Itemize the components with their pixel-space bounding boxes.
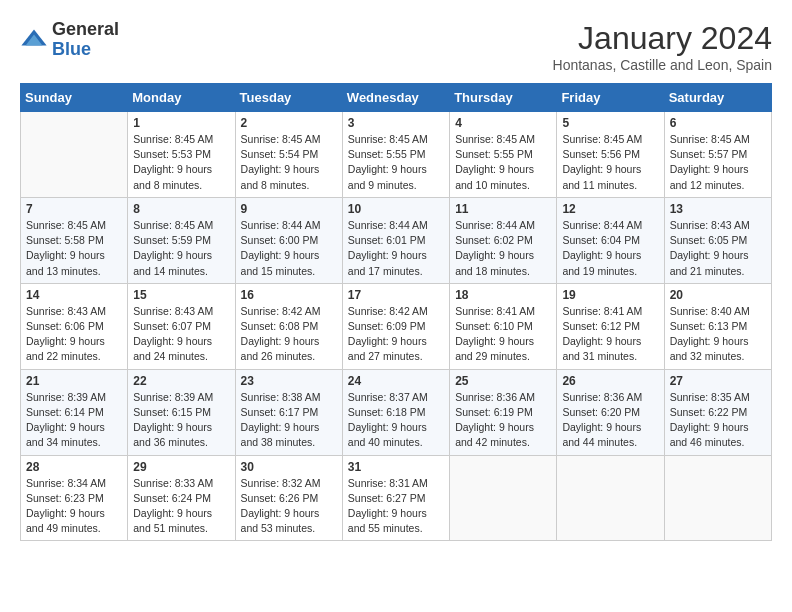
day-number: 4 bbox=[455, 116, 551, 130]
day-number: 3 bbox=[348, 116, 444, 130]
cell-info: Sunrise: 8:39 AMSunset: 6:15 PMDaylight:… bbox=[133, 390, 229, 451]
cell-info: Sunrise: 8:44 AMSunset: 6:01 PMDaylight:… bbox=[348, 218, 444, 279]
cell-info: Sunrise: 8:44 AMSunset: 6:04 PMDaylight:… bbox=[562, 218, 658, 279]
cell-info: Sunrise: 8:39 AMSunset: 6:14 PMDaylight:… bbox=[26, 390, 122, 451]
calendar-cell: 20Sunrise: 8:40 AMSunset: 6:13 PMDayligh… bbox=[664, 283, 771, 369]
calendar-cell: 30Sunrise: 8:32 AMSunset: 6:26 PMDayligh… bbox=[235, 455, 342, 541]
cell-info: Sunrise: 8:34 AMSunset: 6:23 PMDaylight:… bbox=[26, 476, 122, 537]
calendar-week-row: 7Sunrise: 8:45 AMSunset: 5:58 PMDaylight… bbox=[21, 197, 772, 283]
day-number: 19 bbox=[562, 288, 658, 302]
calendar-cell: 10Sunrise: 8:44 AMSunset: 6:01 PMDayligh… bbox=[342, 197, 449, 283]
calendar-header-row: SundayMondayTuesdayWednesdayThursdayFrid… bbox=[21, 84, 772, 112]
col-header-saturday: Saturday bbox=[664, 84, 771, 112]
logo-icon bbox=[20, 26, 48, 54]
calendar-week-row: 14Sunrise: 8:43 AMSunset: 6:06 PMDayligh… bbox=[21, 283, 772, 369]
logo: General Blue bbox=[20, 20, 119, 60]
calendar-week-row: 21Sunrise: 8:39 AMSunset: 6:14 PMDayligh… bbox=[21, 369, 772, 455]
calendar-cell: 22Sunrise: 8:39 AMSunset: 6:15 PMDayligh… bbox=[128, 369, 235, 455]
calendar-cell: 4Sunrise: 8:45 AMSunset: 5:55 PMDaylight… bbox=[450, 112, 557, 198]
calendar-cell: 6Sunrise: 8:45 AMSunset: 5:57 PMDaylight… bbox=[664, 112, 771, 198]
cell-info: Sunrise: 8:41 AMSunset: 6:12 PMDaylight:… bbox=[562, 304, 658, 365]
calendar-cell bbox=[450, 455, 557, 541]
calendar-cell: 19Sunrise: 8:41 AMSunset: 6:12 PMDayligh… bbox=[557, 283, 664, 369]
cell-info: Sunrise: 8:42 AMSunset: 6:08 PMDaylight:… bbox=[241, 304, 337, 365]
cell-info: Sunrise: 8:33 AMSunset: 6:24 PMDaylight:… bbox=[133, 476, 229, 537]
calendar-cell: 12Sunrise: 8:44 AMSunset: 6:04 PMDayligh… bbox=[557, 197, 664, 283]
day-number: 14 bbox=[26, 288, 122, 302]
day-number: 6 bbox=[670, 116, 766, 130]
calendar-table: SundayMondayTuesdayWednesdayThursdayFrid… bbox=[20, 83, 772, 541]
calendar-cell: 5Sunrise: 8:45 AMSunset: 5:56 PMDaylight… bbox=[557, 112, 664, 198]
calendar-cell: 23Sunrise: 8:38 AMSunset: 6:17 PMDayligh… bbox=[235, 369, 342, 455]
logo-general: General bbox=[52, 20, 119, 40]
day-number: 26 bbox=[562, 374, 658, 388]
cell-info: Sunrise: 8:32 AMSunset: 6:26 PMDaylight:… bbox=[241, 476, 337, 537]
day-number: 18 bbox=[455, 288, 551, 302]
calendar-cell: 28Sunrise: 8:34 AMSunset: 6:23 PMDayligh… bbox=[21, 455, 128, 541]
calendar-cell: 11Sunrise: 8:44 AMSunset: 6:02 PMDayligh… bbox=[450, 197, 557, 283]
cell-info: Sunrise: 8:44 AMSunset: 6:00 PMDaylight:… bbox=[241, 218, 337, 279]
cell-info: Sunrise: 8:43 AMSunset: 6:06 PMDaylight:… bbox=[26, 304, 122, 365]
cell-info: Sunrise: 8:42 AMSunset: 6:09 PMDaylight:… bbox=[348, 304, 444, 365]
calendar-cell: 27Sunrise: 8:35 AMSunset: 6:22 PMDayligh… bbox=[664, 369, 771, 455]
calendar-cell: 25Sunrise: 8:36 AMSunset: 6:19 PMDayligh… bbox=[450, 369, 557, 455]
cell-info: Sunrise: 8:45 AMSunset: 5:56 PMDaylight:… bbox=[562, 132, 658, 193]
cell-info: Sunrise: 8:45 AMSunset: 5:54 PMDaylight:… bbox=[241, 132, 337, 193]
calendar-cell bbox=[557, 455, 664, 541]
day-number: 20 bbox=[670, 288, 766, 302]
calendar-cell: 24Sunrise: 8:37 AMSunset: 6:18 PMDayligh… bbox=[342, 369, 449, 455]
calendar-cell: 18Sunrise: 8:41 AMSunset: 6:10 PMDayligh… bbox=[450, 283, 557, 369]
day-number: 11 bbox=[455, 202, 551, 216]
cell-info: Sunrise: 8:45 AMSunset: 5:55 PMDaylight:… bbox=[455, 132, 551, 193]
col-header-sunday: Sunday bbox=[21, 84, 128, 112]
day-number: 13 bbox=[670, 202, 766, 216]
day-number: 16 bbox=[241, 288, 337, 302]
cell-info: Sunrise: 8:35 AMSunset: 6:22 PMDaylight:… bbox=[670, 390, 766, 451]
calendar-cell: 16Sunrise: 8:42 AMSunset: 6:08 PMDayligh… bbox=[235, 283, 342, 369]
calendar-cell: 15Sunrise: 8:43 AMSunset: 6:07 PMDayligh… bbox=[128, 283, 235, 369]
cell-info: Sunrise: 8:43 AMSunset: 6:05 PMDaylight:… bbox=[670, 218, 766, 279]
day-number: 9 bbox=[241, 202, 337, 216]
col-header-monday: Monday bbox=[128, 84, 235, 112]
day-number: 31 bbox=[348, 460, 444, 474]
calendar-cell: 21Sunrise: 8:39 AMSunset: 6:14 PMDayligh… bbox=[21, 369, 128, 455]
cell-info: Sunrise: 8:41 AMSunset: 6:10 PMDaylight:… bbox=[455, 304, 551, 365]
cell-info: Sunrise: 8:45 AMSunset: 5:59 PMDaylight:… bbox=[133, 218, 229, 279]
calendar-cell: 17Sunrise: 8:42 AMSunset: 6:09 PMDayligh… bbox=[342, 283, 449, 369]
calendar-cell: 13Sunrise: 8:43 AMSunset: 6:05 PMDayligh… bbox=[664, 197, 771, 283]
col-header-friday: Friday bbox=[557, 84, 664, 112]
month-title: January 2024 bbox=[553, 20, 772, 57]
calendar-cell: 14Sunrise: 8:43 AMSunset: 6:06 PMDayligh… bbox=[21, 283, 128, 369]
calendar-week-row: 28Sunrise: 8:34 AMSunset: 6:23 PMDayligh… bbox=[21, 455, 772, 541]
calendar-cell: 1Sunrise: 8:45 AMSunset: 5:53 PMDaylight… bbox=[128, 112, 235, 198]
cell-info: Sunrise: 8:31 AMSunset: 6:27 PMDaylight:… bbox=[348, 476, 444, 537]
calendar-cell: 29Sunrise: 8:33 AMSunset: 6:24 PMDayligh… bbox=[128, 455, 235, 541]
calendar-cell bbox=[664, 455, 771, 541]
cell-info: Sunrise: 8:45 AMSunset: 5:53 PMDaylight:… bbox=[133, 132, 229, 193]
day-number: 1 bbox=[133, 116, 229, 130]
cell-info: Sunrise: 8:37 AMSunset: 6:18 PMDaylight:… bbox=[348, 390, 444, 451]
logo-text: General Blue bbox=[52, 20, 119, 60]
cell-info: Sunrise: 8:40 AMSunset: 6:13 PMDaylight:… bbox=[670, 304, 766, 365]
day-number: 12 bbox=[562, 202, 658, 216]
day-number: 24 bbox=[348, 374, 444, 388]
calendar-cell: 9Sunrise: 8:44 AMSunset: 6:00 PMDaylight… bbox=[235, 197, 342, 283]
day-number: 17 bbox=[348, 288, 444, 302]
day-number: 30 bbox=[241, 460, 337, 474]
calendar-cell: 2Sunrise: 8:45 AMSunset: 5:54 PMDaylight… bbox=[235, 112, 342, 198]
day-number: 8 bbox=[133, 202, 229, 216]
calendar-cell: 8Sunrise: 8:45 AMSunset: 5:59 PMDaylight… bbox=[128, 197, 235, 283]
day-number: 28 bbox=[26, 460, 122, 474]
cell-info: Sunrise: 8:43 AMSunset: 6:07 PMDaylight:… bbox=[133, 304, 229, 365]
cell-info: Sunrise: 8:45 AMSunset: 5:57 PMDaylight:… bbox=[670, 132, 766, 193]
calendar-cell: 26Sunrise: 8:36 AMSunset: 6:20 PMDayligh… bbox=[557, 369, 664, 455]
cell-info: Sunrise: 8:38 AMSunset: 6:17 PMDaylight:… bbox=[241, 390, 337, 451]
calendar-cell: 7Sunrise: 8:45 AMSunset: 5:58 PMDaylight… bbox=[21, 197, 128, 283]
day-number: 10 bbox=[348, 202, 444, 216]
calendar-cell bbox=[21, 112, 128, 198]
day-number: 5 bbox=[562, 116, 658, 130]
day-number: 23 bbox=[241, 374, 337, 388]
day-number: 21 bbox=[26, 374, 122, 388]
day-number: 27 bbox=[670, 374, 766, 388]
cell-info: Sunrise: 8:36 AMSunset: 6:20 PMDaylight:… bbox=[562, 390, 658, 451]
